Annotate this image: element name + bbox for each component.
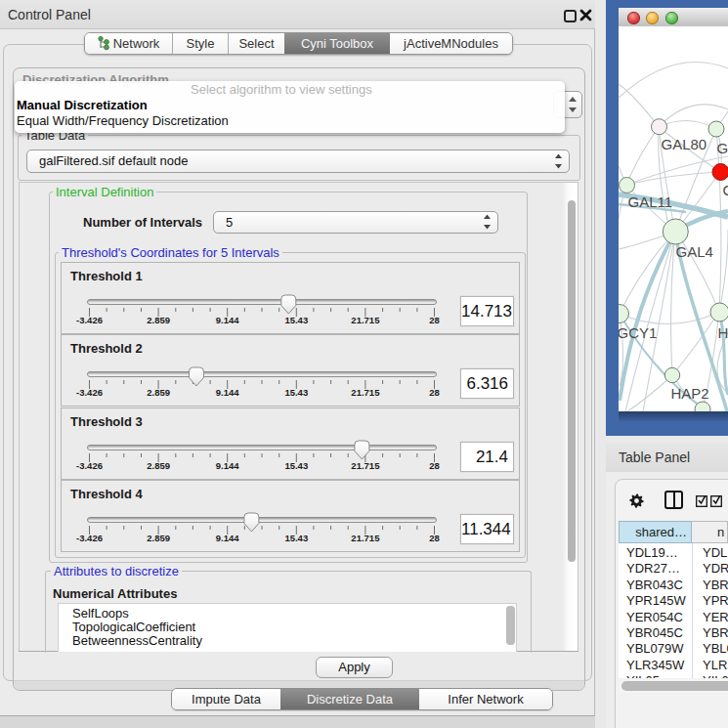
svg-text:GAL11: GAL11 <box>628 193 673 210</box>
svg-text:GCY1: GCY1 <box>619 324 657 341</box>
svg-text:GAL80: GAL80 <box>662 136 707 152</box>
svg-text:CY: CY <box>723 182 728 198</box>
svg-text:GAL4: GAL4 <box>676 243 713 260</box>
svg-text:GA: GA <box>717 140 728 156</box>
svg-text:H: H <box>718 324 728 341</box>
svg-text:HAP2: HAP2 <box>671 385 709 402</box>
